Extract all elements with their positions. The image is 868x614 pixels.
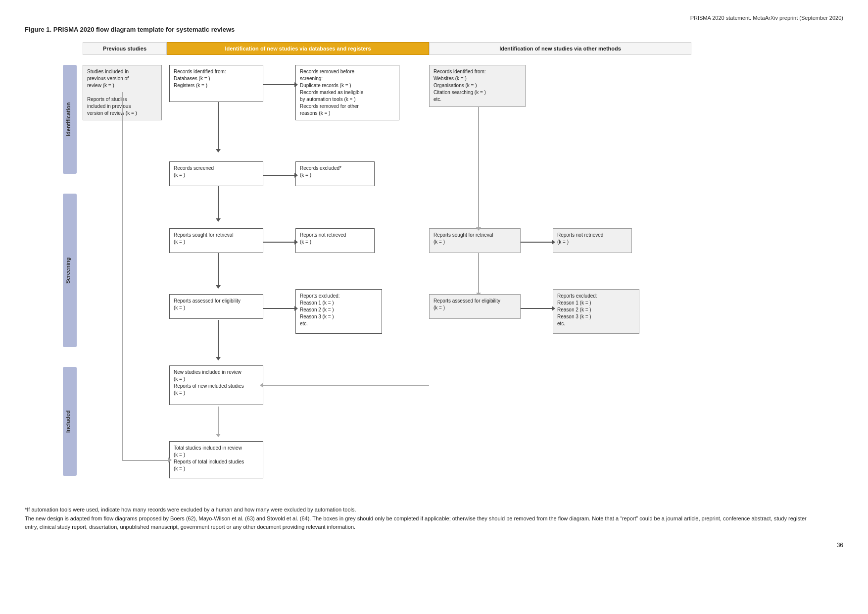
- box-total-studies: Total studies included in review (k = ) …: [169, 441, 263, 478]
- header-reference: PRISMA 2020 statement. MetaArXiv preprin…: [25, 15, 843, 21]
- arrow-prev-to-total-head: [168, 458, 172, 462]
- box-other-reports-excluded: Reports excluded: Reason 1 (k = ) Reason…: [553, 289, 639, 334]
- box-reports-excluded: Reports excluded: Reason 1 (k = ) Reason…: [295, 289, 382, 334]
- arrow-assessed-to-excluded: [263, 306, 298, 311]
- arrow-screened-to-excluded: [263, 173, 298, 178]
- box-records-excluded: Records excluded* (k = ): [295, 161, 375, 186]
- flow-area: Identification Screening Included Studie…: [83, 60, 835, 491]
- page-number: 36: [25, 542, 843, 549]
- side-label-identification: Identification: [63, 65, 77, 174]
- footnote: *If automation tools were used, indicate…: [25, 506, 807, 532]
- box-other-reports-not-retrieved: Reports not retrieved (k = ): [553, 228, 632, 253]
- arrow-prev-vertical: [122, 92, 123, 460]
- arrow-other-sought-to-not-retrieved: [521, 240, 555, 245]
- footnote-line2: The new design is adapted from flow diag…: [25, 514, 807, 532]
- box-reports-assessed: Reports assessed for eligibility (k = ): [169, 294, 263, 319]
- col-header-new-db: Identification of new studies via databa…: [167, 42, 429, 55]
- box-other-records-identified: Records identified from: Websites (k = )…: [429, 65, 526, 107]
- arrow-identified-down: [216, 102, 221, 153]
- box-reports-not-retrieved: Reports not retrieved (k = ): [295, 228, 375, 253]
- box-records-screened: Records screened (k = ): [169, 161, 263, 186]
- arrow-included-hline2: [263, 385, 409, 386]
- arrow-screened-down: [216, 186, 221, 222]
- box-reports-sought: Reports sought for retrieval (k = ): [169, 228, 263, 253]
- side-label-included: Included: [63, 367, 77, 476]
- box-records-identified: Records identified from: Databases (k = …: [169, 65, 263, 102]
- arrow-assessed-down: [216, 320, 221, 360]
- side-label-screening: Screening: [63, 194, 77, 347]
- arrow-other-identified-down: [476, 107, 481, 231]
- arrow-new-to-total: [216, 407, 221, 437]
- arrow-other-to-included-hline: [409, 385, 429, 386]
- arrow-sought-to-not-retrieved: [263, 240, 298, 245]
- footnote-line1: *If automation tools were used, indicate…: [25, 506, 807, 514]
- arrow-identified-to-removed: [263, 82, 298, 87]
- arrow-other-sought-down: [476, 253, 481, 296]
- col-header-other: Identification of new studies via other …: [429, 42, 691, 55]
- column-headers: Previous studies Identification of new s…: [83, 42, 835, 55]
- col-header-prev: Previous studies: [83, 42, 167, 55]
- box-records-removed: Records removed before screening: Duplic…: [295, 65, 399, 120]
- arrow-other-assessed-to-excluded: [521, 306, 555, 311]
- arrow-prev-to-total-h: [122, 460, 169, 461]
- arrow-included-head: [260, 383, 263, 388]
- arrow-sought-down: [216, 253, 221, 289]
- diagram-container: Previous studies Identification of new s…: [33, 42, 835, 491]
- box-other-reports-assessed: Reports assessed for eligibility (k = ): [429, 294, 521, 319]
- box-new-studies-included: New studies included in review (k = ) Re…: [169, 365, 263, 405]
- figure-title: Figure 1. PRISMA 2020 flow diagram templ…: [25, 26, 843, 33]
- box-other-reports-sought: Reports sought for retrieval (k = ): [429, 228, 521, 253]
